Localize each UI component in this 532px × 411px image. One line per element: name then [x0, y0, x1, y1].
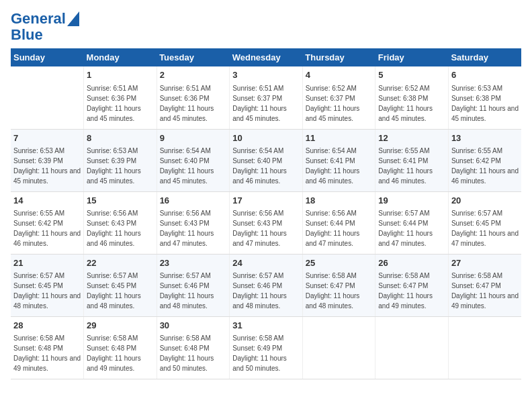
cell-detail: Sunrise: 6:56 AM Sunset: 6:43 PM Dayligh…: [87, 208, 154, 248]
calendar-cell: 26Sunrise: 6:58 AM Sunset: 6:47 PM Dayli…: [375, 254, 449, 316]
calendar-cell: 14Sunrise: 6:55 AM Sunset: 6:42 PM Dayli…: [11, 191, 84, 254]
day-header-tuesday: Tuesday: [157, 48, 230, 66]
logo: General Blue: [11, 11, 79, 43]
date-number: 22: [87, 257, 154, 269]
date-number: 21: [13, 257, 81, 269]
calendar-header: SundayMondayTuesdayWednesdayThursdayFrid…: [11, 48, 521, 66]
cell-detail: Sunrise: 6:57 AM Sunset: 6:45 PM Dayligh…: [13, 271, 81, 311]
cell-detail: Sunrise: 6:51 AM Sunset: 6:36 PM Dayligh…: [160, 83, 227, 124]
date-number: 23: [160, 257, 227, 269]
calendar-cell: 4Sunrise: 6:52 AM Sunset: 6:37 PM Daylig…: [302, 66, 375, 129]
day-header-saturday: Saturday: [448, 48, 521, 66]
calendar-cell: 15Sunrise: 6:56 AM Sunset: 6:43 PM Dayli…: [84, 191, 157, 254]
date-number: 17: [232, 195, 300, 207]
calendar-cell: 6Sunrise: 6:53 AM Sunset: 6:38 PM Daylig…: [448, 66, 521, 129]
date-number: 26: [378, 257, 445, 269]
date-number: 6: [451, 69, 519, 81]
day-header-monday: Monday: [84, 48, 157, 66]
cell-detail: Sunrise: 6:57 AM Sunset: 6:45 PM Dayligh…: [451, 208, 519, 248]
calendar-week-2: 7Sunrise: 6:53 AM Sunset: 6:39 PM Daylig…: [11, 129, 521, 191]
calendar-cell: 19Sunrise: 6:57 AM Sunset: 6:44 PM Dayli…: [375, 191, 449, 254]
date-number: 11: [306, 132, 373, 144]
date-number: 13: [451, 132, 519, 144]
calendar-cell: 7Sunrise: 6:53 AM Sunset: 6:39 PM Daylig…: [11, 129, 84, 191]
day-header-friday: Friday: [375, 48, 449, 66]
cell-detail: Sunrise: 6:58 AM Sunset: 6:47 PM Dayligh…: [378, 271, 445, 311]
cell-detail: Sunrise: 6:53 AM Sunset: 6:38 PM Dayligh…: [451, 83, 519, 124]
cell-detail: Sunrise: 6:55 AM Sunset: 6:42 PM Dayligh…: [451, 146, 519, 186]
date-number: 16: [160, 195, 227, 207]
date-number: 4: [306, 69, 373, 81]
cell-detail: Sunrise: 6:53 AM Sunset: 6:39 PM Dayligh…: [13, 146, 81, 186]
calendar-cell: 18Sunrise: 6:56 AM Sunset: 6:44 PM Dayli…: [302, 191, 375, 254]
date-number: 29: [87, 320, 154, 332]
calendar-cell: 30Sunrise: 6:58 AM Sunset: 6:48 PM Dayli…: [157, 317, 230, 379]
date-number: 30: [160, 320, 227, 332]
cell-detail: Sunrise: 6:52 AM Sunset: 6:37 PM Dayligh…: [306, 83, 373, 124]
calendar-cell: 23Sunrise: 6:57 AM Sunset: 6:46 PM Dayli…: [157, 254, 230, 316]
calendar-cell: 31Sunrise: 6:58 AM Sunset: 6:49 PM Dayli…: [230, 317, 303, 379]
calendar-cell: 16Sunrise: 6:56 AM Sunset: 6:43 PM Dayli…: [157, 191, 230, 254]
cell-detail: Sunrise: 6:51 AM Sunset: 6:36 PM Dayligh…: [87, 83, 154, 124]
logo-text: General: [11, 11, 66, 27]
cell-detail: Sunrise: 6:51 AM Sunset: 6:37 PM Dayligh…: [232, 83, 300, 124]
cell-detail: Sunrise: 6:55 AM Sunset: 6:42 PM Dayligh…: [13, 208, 81, 248]
cell-detail: Sunrise: 6:58 AM Sunset: 6:48 PM Dayligh…: [13, 333, 81, 373]
date-number: 10: [232, 132, 300, 144]
calendar-cell: 8Sunrise: 6:53 AM Sunset: 6:39 PM Daylig…: [84, 129, 157, 191]
calendar-cell: [448, 317, 521, 379]
day-header-sunday: Sunday: [11, 48, 84, 66]
cell-detail: Sunrise: 6:58 AM Sunset: 6:48 PM Dayligh…: [160, 333, 227, 373]
calendar-week-3: 14Sunrise: 6:55 AM Sunset: 6:42 PM Dayli…: [11, 191, 521, 254]
cell-detail: Sunrise: 6:58 AM Sunset: 6:47 PM Dayligh…: [451, 271, 519, 311]
date-number: 18: [306, 195, 373, 207]
cell-detail: Sunrise: 6:56 AM Sunset: 6:43 PM Dayligh…: [160, 208, 227, 248]
date-number: 20: [451, 195, 519, 207]
cell-detail: Sunrise: 6:54 AM Sunset: 6:41 PM Dayligh…: [306, 146, 373, 186]
date-number: 24: [232, 257, 300, 269]
calendar-cell: 12Sunrise: 6:55 AM Sunset: 6:41 PM Dayli…: [375, 129, 449, 191]
date-number: 19: [378, 195, 445, 207]
calendar-cell: 9Sunrise: 6:54 AM Sunset: 6:40 PM Daylig…: [157, 129, 230, 191]
calendar-week-4: 21Sunrise: 6:57 AM Sunset: 6:45 PM Dayli…: [11, 254, 521, 316]
calendar-cell: 20Sunrise: 6:57 AM Sunset: 6:45 PM Dayli…: [448, 191, 521, 254]
calendar-week-1: 1Sunrise: 6:51 AM Sunset: 6:36 PM Daylig…: [11, 66, 521, 129]
date-number: 15: [87, 195, 154, 207]
calendar-cell: 24Sunrise: 6:57 AM Sunset: 6:46 PM Dayli…: [230, 254, 303, 316]
date-number: 8: [87, 132, 154, 144]
cell-detail: Sunrise: 6:54 AM Sunset: 6:40 PM Dayligh…: [160, 146, 227, 186]
cell-detail: Sunrise: 6:56 AM Sunset: 6:43 PM Dayligh…: [232, 208, 300, 248]
cell-detail: Sunrise: 6:57 AM Sunset: 6:44 PM Dayligh…: [378, 208, 445, 248]
cell-detail: Sunrise: 6:57 AM Sunset: 6:45 PM Dayligh…: [87, 271, 154, 311]
cell-detail: Sunrise: 6:54 AM Sunset: 6:40 PM Dayligh…: [232, 146, 300, 186]
date-number: 25: [306, 257, 373, 269]
date-number: 3: [232, 69, 300, 81]
calendar-cell: 29Sunrise: 6:58 AM Sunset: 6:48 PM Dayli…: [84, 317, 157, 379]
calendar-cell: 1Sunrise: 6:51 AM Sunset: 6:36 PM Daylig…: [84, 66, 157, 129]
calendar-cell: 5Sunrise: 6:52 AM Sunset: 6:38 PM Daylig…: [375, 66, 449, 129]
calendar-cell: 25Sunrise: 6:58 AM Sunset: 6:47 PM Dayli…: [302, 254, 375, 316]
calendar-cell: 11Sunrise: 6:54 AM Sunset: 6:41 PM Dayli…: [302, 129, 375, 191]
calendar-cell: 27Sunrise: 6:58 AM Sunset: 6:47 PM Dayli…: [448, 254, 521, 316]
calendar-cell: 2Sunrise: 6:51 AM Sunset: 6:36 PM Daylig…: [157, 66, 230, 129]
date-number: 31: [232, 320, 300, 332]
calendar-cell: 21Sunrise: 6:57 AM Sunset: 6:45 PM Dayli…: [11, 254, 84, 316]
cell-detail: Sunrise: 6:58 AM Sunset: 6:49 PM Dayligh…: [232, 333, 300, 373]
date-number: 27: [451, 257, 519, 269]
calendar-cell: [302, 317, 375, 379]
logo-icon: [67, 11, 79, 26]
day-header-thursday: Thursday: [302, 48, 375, 66]
date-number: 2: [160, 69, 227, 81]
cell-detail: Sunrise: 6:57 AM Sunset: 6:46 PM Dayligh…: [232, 271, 300, 311]
date-number: 9: [160, 132, 227, 144]
date-number: 14: [13, 195, 81, 207]
date-number: 5: [378, 69, 445, 81]
calendar-cell: 17Sunrise: 6:56 AM Sunset: 6:43 PM Dayli…: [230, 191, 303, 254]
calendar-cell: [11, 66, 84, 129]
calendar-cell: 3Sunrise: 6:51 AM Sunset: 6:37 PM Daylig…: [230, 66, 303, 129]
date-number: 12: [378, 132, 445, 144]
calendar-cell: 22Sunrise: 6:57 AM Sunset: 6:45 PM Dayli…: [84, 254, 157, 316]
day-header-wednesday: Wednesday: [230, 48, 303, 66]
calendar-table: SundayMondayTuesdayWednesdayThursdayFrid…: [11, 48, 521, 379]
calendar-cell: 28Sunrise: 6:58 AM Sunset: 6:48 PM Dayli…: [11, 317, 84, 379]
